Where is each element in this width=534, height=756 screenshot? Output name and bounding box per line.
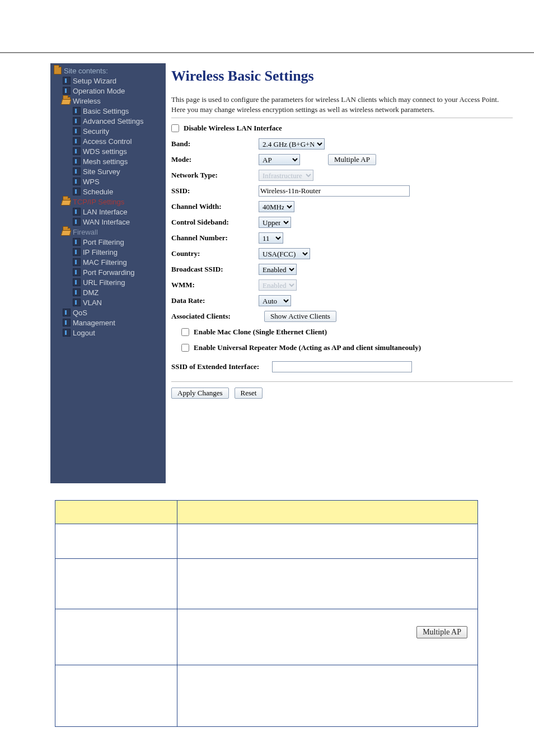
page-icon bbox=[73, 188, 81, 195]
row-rate: Data Rate: Auto bbox=[171, 293, 524, 309]
sidebar-item-security[interactable]: Security bbox=[50, 126, 166, 136]
universal-repeater-checkbox[interactable] bbox=[181, 344, 189, 352]
page-icon bbox=[73, 248, 81, 256]
sidebar-item-qos[interactable]: QoS bbox=[50, 307, 166, 318]
sidebar-item-access-control[interactable]: Access Control bbox=[50, 136, 166, 146]
sidebar-item-wan-interface[interactable]: WAN Interface bbox=[50, 217, 166, 227]
sidebar-item-label: Basic Settings bbox=[83, 107, 129, 115]
country-label: Country: bbox=[171, 249, 259, 258]
sidebar-item-ip-filtering[interactable]: IP Filtering bbox=[50, 247, 166, 257]
sidebar-item-label: VLAN bbox=[83, 298, 102, 307]
sidebar-item-label: URL Filtering bbox=[83, 278, 125, 287]
channel-number-label: Channel Number: bbox=[171, 234, 259, 242]
row-band: Band: 2.4 GHz (B+G+N) bbox=[171, 136, 524, 152]
sidebar-item-label: Setup Wizard bbox=[73, 77, 116, 85]
sidebar-item-label: WDS settings bbox=[83, 147, 127, 156]
row-chwidth: Channel Width: 40MHz bbox=[171, 199, 524, 214]
sidebar-item-setup-wizard[interactable]: Setup Wizard bbox=[50, 76, 166, 86]
sidebar-item-firewall[interactable]: Firewall bbox=[50, 227, 166, 237]
data-rate-select[interactable]: Auto bbox=[259, 295, 291, 306]
sidebar-item-logout[interactable]: Logout bbox=[50, 328, 166, 338]
page-icon bbox=[73, 238, 81, 246]
broadcast-ssid-select[interactable]: Enabled bbox=[259, 264, 297, 275]
sidebar-item-tcp-ip-settings[interactable]: TCP/IP Settings bbox=[50, 197, 166, 207]
sidebar-item-mac-filtering[interactable]: MAC Filtering bbox=[50, 257, 166, 267]
control-sideband-select[interactable]: Upper bbox=[259, 217, 291, 228]
sidebar-title: Site contents: bbox=[50, 66, 166, 76]
sidebar-item-label: Wireless bbox=[73, 97, 101, 105]
wmm-select: Enabled bbox=[259, 279, 297, 291]
sidebar-item-management[interactable]: Management bbox=[50, 318, 166, 328]
mac-clone-label: Enable Mac Clone (Single Ethernet Client… bbox=[194, 328, 327, 337]
page-icon bbox=[73, 288, 81, 296]
row-bcast: Broadcast SSID: Enabled bbox=[171, 262, 524, 277]
page-icon bbox=[73, 278, 81, 286]
sidebar-item-dmz[interactable]: DMZ bbox=[50, 287, 166, 297]
page-icon bbox=[63, 309, 71, 316]
page-title: Wireless Basic Settings bbox=[171, 68, 524, 85]
folder-icon bbox=[63, 198, 71, 206]
ssid-input[interactable] bbox=[259, 185, 410, 197]
main-panel: Wireless Basic Settings This page is use… bbox=[166, 63, 534, 483]
disable-wlan-checkbox[interactable] bbox=[171, 124, 179, 132]
page-icon bbox=[73, 218, 81, 226]
sidebar-item-vlan[interactable]: VLAN bbox=[50, 297, 166, 307]
sidebar-item-label: Security bbox=[83, 127, 109, 136]
sidebar-item-mesh-settings[interactable]: Mesh settings bbox=[50, 156, 166, 166]
extended-ssid-input[interactable] bbox=[272, 361, 412, 372]
sidebar-item-label: WAN Interface bbox=[83, 218, 130, 226]
description-table: Multiple AP bbox=[55, 500, 478, 727]
sidebar-item-basic-settings[interactable]: Basic Settings bbox=[50, 106, 166, 116]
sidebar-item-label: TCP/IP Settings bbox=[73, 198, 124, 206]
row-mode: Mode: AP Multiple AP bbox=[171, 152, 524, 167]
page-icon bbox=[73, 147, 81, 155]
page-icon bbox=[73, 178, 81, 185]
channel-width-label: Channel Width: bbox=[171, 202, 259, 211]
page-icon bbox=[73, 258, 81, 266]
row-urepeater: Enable Universal Repeater Mode (Acting a… bbox=[181, 340, 524, 356]
mode-select[interactable]: AP bbox=[259, 154, 300, 165]
band-select[interactable]: 2.4 GHz (B+G+N) bbox=[259, 138, 325, 150]
row-assoc: Associated Clients: Show Active Clients bbox=[171, 309, 524, 324]
channel-number-select[interactable]: 11 bbox=[259, 232, 283, 244]
page-icon bbox=[73, 117, 81, 125]
page-icon bbox=[63, 329, 71, 337]
sidebar-item-wireless[interactable]: Wireless bbox=[50, 96, 166, 106]
multiple-ap-button[interactable]: Multiple AP bbox=[328, 154, 376, 165]
sidebar-item-advanced-settings[interactable]: Advanced Settings bbox=[50, 116, 166, 126]
sidebar-item-wds-settings[interactable]: WDS settings bbox=[50, 146, 166, 156]
row-sideband: Control Sideband: Upper bbox=[171, 214, 524, 230]
sidebar-item-label: Advanced Settings bbox=[83, 117, 143, 125]
sidebar-item-port-filtering[interactable]: Port Filtering bbox=[50, 237, 166, 247]
mac-clone-checkbox[interactable] bbox=[181, 328, 189, 336]
universal-repeater-label: Enable Universal Repeater Mode (Acting a… bbox=[194, 343, 421, 352]
sidebar-item-site-survey[interactable]: Site Survey bbox=[50, 166, 166, 176]
sidebar-item-label: Site Survey bbox=[83, 167, 120, 176]
reset-button[interactable]: Reset bbox=[235, 388, 263, 399]
row-ext-ssid: SSID of Extended Interface: bbox=[171, 359, 524, 375]
page-icon bbox=[73, 137, 81, 145]
sidebar-item-lan-interface[interactable]: LAN Interface bbox=[50, 207, 166, 217]
channel-width-select[interactable]: 40MHz bbox=[259, 201, 294, 212]
page-icon bbox=[63, 319, 71, 326]
sidebar-item-label: MAC Filtering bbox=[83, 258, 127, 267]
show-active-clients-button[interactable]: Show Active Clients bbox=[264, 311, 336, 322]
row-nettype: Network Type: Infrastructure bbox=[171, 167, 524, 183]
folder-icon bbox=[54, 67, 62, 74]
multiple-ap-illustration-button: Multiple AP bbox=[416, 626, 467, 638]
row-mac-clone: Enable Mac Clone (Single Ethernet Client… bbox=[181, 324, 524, 340]
page-icon bbox=[63, 77, 71, 85]
sidebar-title-label: Site contents: bbox=[64, 67, 108, 75]
country-select[interactable]: USA(FCC) bbox=[259, 248, 310, 259]
sidebar-item-url-filtering[interactable]: URL Filtering bbox=[50, 277, 166, 287]
associated-clients-label: Associated Clients: bbox=[171, 312, 259, 321]
sidebar-item-label: Management bbox=[73, 319, 115, 327]
apply-changes-button[interactable]: Apply Changes bbox=[171, 388, 229, 399]
sidebar-item-port-forwarding[interactable]: Port Forwarding bbox=[50, 267, 166, 277]
sidebar-item-label: Port Forwarding bbox=[83, 268, 134, 277]
sidebar-item-operation-mode[interactable]: Operation Mode bbox=[50, 86, 166, 96]
sidebar-item-schedule[interactable]: Schedule bbox=[50, 186, 166, 197]
wmm-label: WMM: bbox=[171, 281, 259, 290]
sidebar-item-wps[interactable]: WPS bbox=[50, 176, 166, 186]
sidebar-item-label: Access Control bbox=[83, 137, 132, 146]
